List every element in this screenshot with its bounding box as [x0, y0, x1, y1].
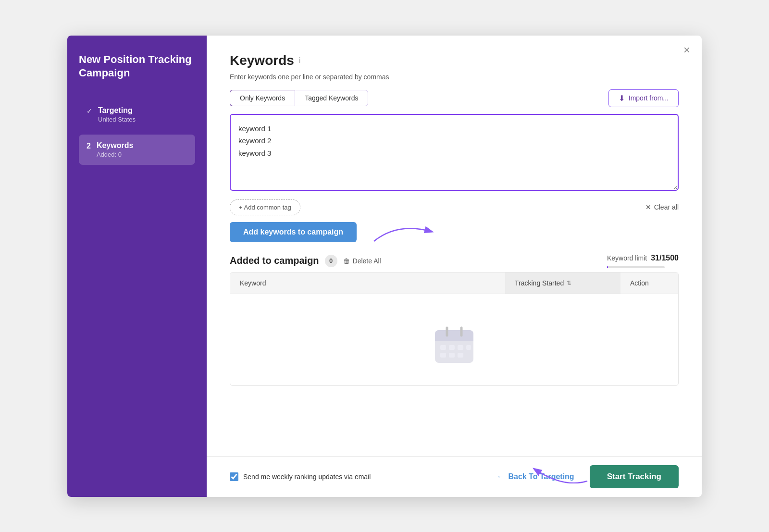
- targeting-sub: United States: [98, 116, 136, 123]
- empty-illustration: [433, 323, 476, 366]
- clear-all-button[interactable]: ✕ Clear all: [645, 203, 679, 211]
- svg-rect-11: [458, 353, 463, 358]
- start-tracking-button[interactable]: Start Tracking: [590, 465, 679, 488]
- sidebar-item-keywords[interactable]: 2 Keywords Added: 0: [79, 135, 195, 165]
- tabs-row: Only Keywords Tagged Keywords ⬇ Import f…: [230, 89, 679, 107]
- keywords-sub: Added: 0: [97, 151, 133, 158]
- page-title: Keywords i: [230, 53, 679, 68]
- back-button[interactable]: ← Back To Targeting: [496, 472, 574, 481]
- svg-rect-8: [466, 345, 471, 350]
- svg-rect-2: [435, 336, 473, 341]
- count-badge: 0: [325, 255, 337, 267]
- svg-rect-6: [449, 345, 455, 350]
- email-checkbox-text: Send me weekly ranking updates via email: [243, 473, 371, 481]
- add-keywords-wrapper: Add keywords to campaign: [230, 222, 679, 242]
- svg-rect-10: [449, 353, 455, 358]
- keyword-limit-progress-bar: [607, 266, 665, 268]
- subtitle-text: Enter keywords one per line or separated…: [230, 73, 679, 81]
- added-title: Added to campaign: [230, 255, 319, 266]
- sidebar-title: New Position Tracking Campaign: [79, 53, 195, 80]
- keyword-limit-section: Keyword limit 31/1500: [607, 254, 679, 268]
- tab-tagged-keywords[interactable]: Tagged Keywords: [295, 90, 368, 106]
- tabs-group: Only Keywords Tagged Keywords: [230, 90, 368, 106]
- add-keywords-button[interactable]: Add keywords to campaign: [230, 222, 357, 242]
- keywords-label: Keywords: [97, 141, 133, 150]
- col-keyword: Keyword: [230, 272, 505, 294]
- sidebar: New Position Tracking Campaign ✓ Targeti…: [67, 36, 207, 497]
- keywords-number: 2: [87, 142, 91, 150]
- clear-x-icon: ✕: [645, 203, 651, 211]
- back-arrow-icon: ←: [496, 472, 504, 481]
- svg-rect-5: [440, 345, 446, 350]
- campaign-title-group: Added to campaign 0 🗑 Delete All: [230, 255, 381, 267]
- title-text: Keywords: [230, 53, 294, 68]
- sort-icon[interactable]: ⇅: [567, 280, 571, 286]
- tag-clear-row: + Add common tag ✕ Clear all: [230, 199, 679, 215]
- keyword-limit-value: 31/1500: [651, 254, 679, 262]
- content-scroll: Keywords i Enter keywords one per line o…: [207, 36, 702, 456]
- clear-all-label: Clear all: [654, 203, 679, 211]
- keyword-limit-label: Keyword limit: [607, 254, 647, 262]
- svg-rect-7: [458, 345, 463, 350]
- targeting-label: Targeting: [98, 106, 136, 115]
- table-header: Keyword Tracking Started ⇅ Action: [230, 272, 678, 294]
- import-button[interactable]: ⬇ Import from...: [608, 89, 679, 107]
- tab-only-keywords[interactable]: Only Keywords: [230, 90, 295, 106]
- check-icon: ✓: [87, 107, 92, 115]
- info-icon[interactable]: i: [299, 56, 301, 65]
- keyword-limit-fill: [607, 266, 608, 268]
- footer: Send me weekly ranking updates via email…: [207, 456, 702, 497]
- email-checkbox[interactable]: [230, 472, 238, 481]
- keywords-textarea[interactable]: keyword 1 keyword 2 keyword 3: [230, 114, 679, 191]
- table-empty-state: [230, 294, 678, 385]
- delete-all-button[interactable]: 🗑 Delete All: [343, 257, 381, 265]
- campaign-header: Added to campaign 0 🗑 Delete All Keyword…: [230, 254, 679, 268]
- calendar-empty-icon: [433, 323, 476, 366]
- arrow-annotation-1: [369, 217, 436, 246]
- keywords-table: Keyword Tracking Started ⇅ Action: [230, 272, 679, 386]
- tracking-label: Tracking Started: [515, 279, 564, 287]
- col-action: Action: [620, 272, 678, 294]
- import-icon: ⬇: [619, 94, 625, 103]
- footer-actions: ← Back To Targeting Start Tracking: [496, 465, 679, 488]
- back-label: Back To Targeting: [508, 472, 574, 481]
- close-button[interactable]: ×: [683, 44, 690, 56]
- col-tracking: Tracking Started ⇅: [505, 272, 620, 294]
- email-checkbox-label[interactable]: Send me weekly ranking updates via email: [230, 472, 371, 481]
- import-label: Import from...: [629, 94, 669, 102]
- trash-icon: 🗑: [343, 257, 350, 265]
- sidebar-item-targeting[interactable]: ✓ Targeting United States: [79, 99, 195, 130]
- svg-rect-9: [440, 353, 446, 358]
- main-content: × Keywords i Enter keywords one per line…: [207, 36, 702, 497]
- delete-all-label: Delete All: [353, 257, 381, 265]
- add-common-tag-button[interactable]: + Add common tag: [230, 199, 300, 215]
